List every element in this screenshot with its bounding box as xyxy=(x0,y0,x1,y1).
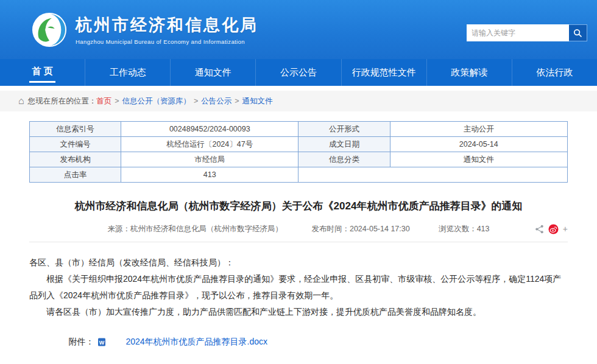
site-brand: 杭州市经济和信息化局 Hangzhou Municipal Bureau of … xyxy=(76,14,258,45)
attachment-link[interactable]: 2024年杭州市优质产品推荐目录.docx xyxy=(108,337,267,348)
nav-item-work-news[interactable]: 工作动态 xyxy=(85,59,171,86)
nav-item-policy-interpretation[interactable]: 政策解读 xyxy=(427,59,512,86)
info-value-open-form: 主动公开 xyxy=(390,122,567,137)
breadcrumb-separator: > xyxy=(115,97,119,105)
article-view-count: 浏览次数：413 xyxy=(439,225,489,233)
table-row: 文件编号 杭经信运行〔2024〕47号 成文日期 2024-05-14 xyxy=(30,137,568,152)
attachment-row: 附件： W 2024年杭州市优质产品推荐目录.docx xyxy=(29,337,568,348)
info-value-date: 2024-05-14 xyxy=(390,137,567,152)
info-value-publisher: 市经信局 xyxy=(121,152,298,167)
weibo-share-icon[interactable] xyxy=(548,224,559,234)
breadcrumb-prefix: 您现在所在的位置： xyxy=(28,96,97,107)
article-meta: 来源：杭州市经济和信息化局（杭州市数字经济局） 发布时间：2024-05-14 … xyxy=(29,224,568,242)
info-value-index: 002489452/2024-00093 xyxy=(121,122,298,137)
info-value-category: 通知文件 xyxy=(390,152,567,167)
share-icon[interactable] xyxy=(535,225,544,234)
info-label-file-number: 文件编号 xyxy=(30,137,121,152)
info-value-clicks: 413 xyxy=(121,167,298,183)
site-subtitle: Hangzhou Municipal Bureau of Economy and… xyxy=(76,38,258,45)
breadcrumb-separator: > xyxy=(235,97,239,105)
page-title: 杭州市经济和信息化局（杭州市数字经济局）关于公布《2024年杭州市优质产品推荐目… xyxy=(37,198,560,214)
nav-item-home[interactable]: 首 页 xyxy=(0,59,85,86)
breadcrumb: ⌂ 您现在所在的位置： 首页 > 信息公开（资源库） > 公告公示 > 通知文件 xyxy=(0,91,597,111)
nav-item-regulatory-docs[interactable]: 行政规范性文件 xyxy=(342,59,427,86)
article-source: 来源：杭州市经济和信息化局（杭州市数字经济局） xyxy=(107,225,283,233)
paragraph-closing: 请各区县（市）加大宣传推广力度，助力产品供需匹配和产业链上下游对接，提升优质杭产… xyxy=(29,304,568,320)
info-label-category: 信息分类 xyxy=(298,152,390,167)
breadcrumb-separator: > xyxy=(194,97,198,105)
page: 杭州市经济和信息化局 Hangzhou Municipal Bureau of … xyxy=(0,0,597,364)
attachment-label: 附件： xyxy=(51,337,94,348)
breadcrumb-link-home[interactable]: 首页 xyxy=(96,96,111,107)
nav-item-notice-files[interactable]: 通知文件 xyxy=(171,59,256,86)
info-label-clicks: 点击率 xyxy=(30,167,121,183)
paragraph-salutation: 各区、县（市）经信局（发改经信局、经信科技局）： xyxy=(29,254,568,271)
info-label-date: 成文日期 xyxy=(298,137,390,152)
share-tools: + xyxy=(535,224,568,234)
home-icon: ⌂ xyxy=(18,96,24,106)
article-publish-time: 发布时间：2024-05-14 17:30 xyxy=(311,225,409,233)
article-body: 各区、县（市）经信局（发改经信局、经信科技局）： 根据《关于组织申报2024年杭… xyxy=(29,254,568,321)
table-row: 点击率 413 xyxy=(30,167,568,183)
info-label-publisher: 发布机构 xyxy=(30,152,121,167)
info-value-file-number: 杭经信运行〔2024〕47号 xyxy=(121,137,298,152)
search-button[interactable] xyxy=(569,24,587,41)
breadcrumb-link-info-disclosure[interactable]: 信息公开（资源库） xyxy=(122,96,191,107)
site-header: 杭州市经济和信息化局 Hangzhou Municipal Bureau of … xyxy=(0,0,597,59)
more-share-icon[interactable]: + xyxy=(563,224,568,234)
nav-item-public-announcements[interactable]: 公示公告 xyxy=(256,59,341,86)
search-input[interactable] xyxy=(467,24,569,41)
search-box xyxy=(467,24,587,41)
table-row: 信息索引号 002489452/2024-00093 公开形式 主动公开 xyxy=(30,122,568,137)
info-empty-cell xyxy=(298,167,568,183)
svg-text:W: W xyxy=(99,339,105,345)
breadcrumb-link-announcements[interactable]: 公告公示 xyxy=(201,96,231,107)
nav-item-law-administration[interactable]: 依法行政 xyxy=(512,59,597,86)
word-doc-icon: W xyxy=(97,338,106,346)
paragraph-main: 根据《关于组织申报2024年杭州市优质产品推荐目录的通知》要求，经企业申报、区县… xyxy=(29,271,568,304)
search-icon xyxy=(573,29,582,38)
site-title: 杭州市经济和信息化局 xyxy=(76,14,258,36)
info-label-open-form: 公开形式 xyxy=(298,122,390,137)
info-label-index: 信息索引号 xyxy=(30,122,121,137)
table-row: 发布机构 市经信局 信息分类 通知文件 xyxy=(30,152,568,167)
main-nav: 首 页 工作动态 通知文件 公示公告 行政规范性文件 政策解读 依法行政 xyxy=(0,59,597,86)
document-info-table: 信息索引号 002489452/2024-00093 公开形式 主动公开 文件编… xyxy=(29,121,568,183)
site-logo-icon xyxy=(32,12,67,47)
breadcrumb-link-notice-files[interactable]: 通知文件 xyxy=(242,96,273,107)
